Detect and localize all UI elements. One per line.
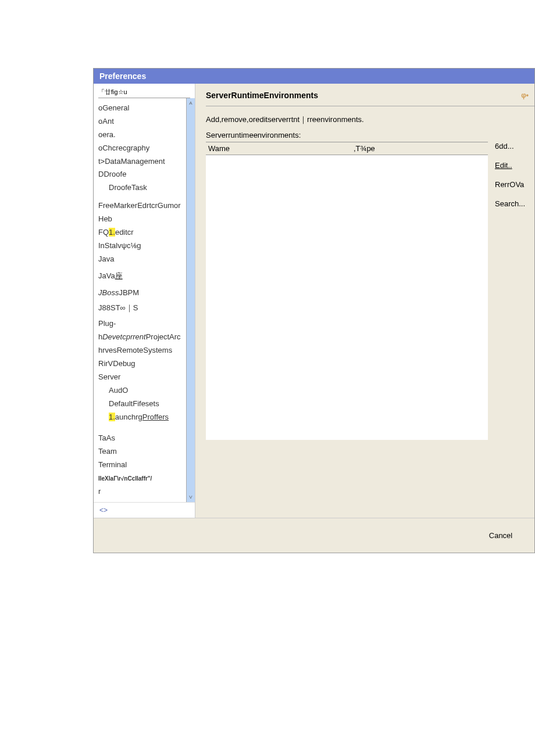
- nav-back-forward[interactable]: <>: [94, 502, 195, 518]
- tree-item-terminal[interactable]: Terminal: [98, 458, 185, 472]
- tree-item-general[interactable]: oGeneral: [98, 102, 185, 115]
- page-description: Add,remove,oreditserverrtnt｜rreenvironme…: [206, 106, 534, 131]
- tree-item-era[interactable]: oera.: [98, 128, 185, 142]
- scroll-down-icon[interactable]: V: [189, 492, 192, 502]
- tree-item-jbossjbpm[interactable]: JBossJBPM: [98, 286, 185, 300]
- tree-item-audo[interactable]: AudO: [98, 384, 185, 397]
- search-button[interactable]: Search...: [495, 199, 534, 208]
- tree-item-droofetask[interactable]: DroofeTask: [98, 181, 185, 195]
- tree-wrap: oGeneral oAnt oera. oChcrecgraphy t>Data…: [94, 98, 195, 502]
- tree-item-r[interactable]: r: [98, 485, 185, 499]
- column-type[interactable]: ,T¾pe: [351, 142, 488, 155]
- tree-item-choreography[interactable]: oChcrecgraphy: [98, 142, 185, 155]
- tree-item-fqeditor[interactable]: FQ1.editcr: [98, 226, 185, 239]
- runtime-table: Wame ,T¾pe: [206, 142, 488, 440]
- table-body[interactable]: [206, 155, 488, 440]
- main-header: ServerRuntimeEnvironments φ•: [206, 91, 534, 106]
- tree-item-heb[interactable]: Heb: [98, 213, 185, 226]
- filter-text: 「廿fig☆u: [98, 88, 127, 95]
- tree-item-freemarker[interactable]: FreeMarkerEdrtcrGumor: [98, 199, 185, 213]
- scroll-up-icon[interactable]: A: [189, 98, 192, 108]
- tree-item-installing[interactable]: InStalvψc⅛g: [98, 239, 185, 253]
- main-panel: ServerRuntimeEnvironments φ• Add,remove,…: [195, 84, 534, 518]
- tree-item-team[interactable]: Team: [98, 445, 185, 458]
- cancel-button[interactable]: Cancel: [477, 531, 524, 540]
- tree-item-datamanagement[interactable]: t>DataManagement: [98, 155, 185, 169]
- page-title: ServerRuntimeEnvironments: [206, 91, 318, 100]
- runtime-list-label: Serverruntimeenvironments:: [206, 131, 534, 142]
- tree-item-javaee[interactable]: JaVa座: [98, 270, 185, 283]
- column-name[interactable]: Wame: [206, 142, 351, 155]
- sidebar: 「廿fig☆u oGeneral oAnt oera. oChcrecgraph…: [94, 84, 195, 518]
- dialog-footer: Cancel: [94, 518, 534, 553]
- add-button[interactable]: 6dd...: [495, 142, 534, 151]
- tree-item-j88st[interactable]: J88ST∞｜S: [98, 302, 185, 315]
- tree-item-defaultfilesets[interactable]: DefaultFifesets: [98, 397, 185, 411]
- nav-arrows-icon: <>: [99, 506, 108, 514]
- preferences-tree: oGeneral oAnt oera. oChcrecgraphy t>Data…: [94, 98, 186, 502]
- tree-item-plug[interactable]: Plug-: [98, 317, 185, 331]
- tree-item-server[interactable]: Server: [98, 371, 185, 384]
- tree-item-misc[interactable]: IIeXlaΓ\r√nCclIaffr"/: [98, 472, 185, 485]
- help-icon[interactable]: φ•: [521, 91, 529, 99]
- tree-item-droofe[interactable]: DDroofe: [98, 168, 185, 181]
- tree-item-ant[interactable]: oAnt: [98, 115, 185, 128]
- tree-item-java[interactable]: Java: [98, 253, 185, 266]
- tree-item-remotesystems[interactable]: hrvesRemoteSystems: [98, 344, 185, 357]
- dialog-body: 「廿fig☆u oGeneral oAnt oera. oChcrecgraph…: [94, 84, 534, 518]
- tree-item-rirvdebug[interactable]: RirVDebug: [98, 357, 185, 371]
- tree-item-launchrg[interactable]: 1.aunchrgProffers: [98, 411, 185, 424]
- remove-button[interactable]: RerrOVa: [495, 180, 534, 189]
- filter-input[interactable]: 「廿fig☆u: [98, 87, 190, 98]
- button-column: 6dd... Edit.. RerrOVa Search...: [488, 142, 534, 440]
- content-row: Wame ,T¾pe 6dd... Edit.. RerrOVa Search.…: [206, 142, 534, 440]
- table-header: Wame ,T¾pe: [206, 142, 488, 155]
- titlebar: Preferences: [94, 69, 534, 84]
- tree-scrollbar[interactable]: A V: [186, 98, 195, 502]
- edit-button[interactable]: Edit..: [495, 161, 534, 170]
- preferences-window: Preferences 「廿fig☆u oGeneral oAnt oera. …: [93, 68, 535, 553]
- tree-item-projectarc[interactable]: hDevetcprrentProjectArc: [98, 331, 185, 344]
- window-title: Preferences: [99, 71, 146, 81]
- tree-item-taas[interactable]: TaAs: [98, 432, 185, 445]
